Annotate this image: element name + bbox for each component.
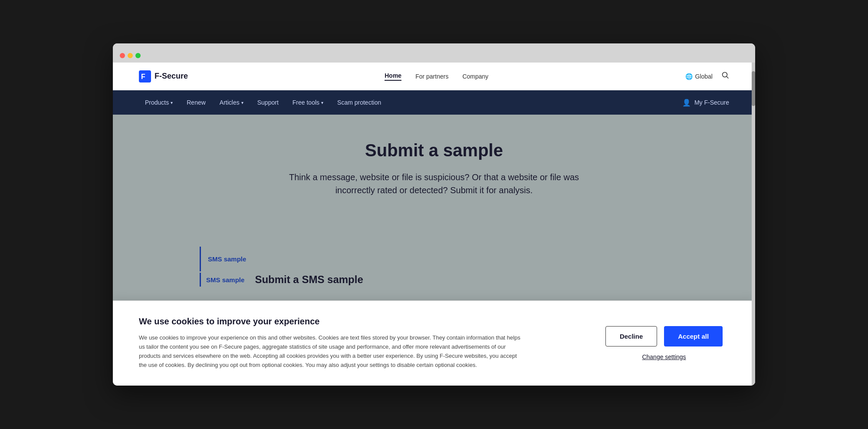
global-label: Global [695, 73, 713, 80]
cookie-buttons: Decline Accept all Change settings [599, 326, 729, 360]
cookie-title: We use cookies to improve your experienc… [139, 317, 573, 327]
products-label: Products [145, 99, 169, 106]
cookie-content: We use cookies to improve your experienc… [139, 317, 573, 370]
scrollbar-thumb[interactable] [752, 71, 755, 106]
svg-point-2 [722, 73, 727, 77]
nav-link-company[interactable]: Company [462, 73, 488, 80]
sms-label: SMS sample [200, 273, 244, 287]
user-icon: 👤 [682, 99, 691, 107]
hero-subtitle: Think a message, website or file is susp… [282, 171, 586, 197]
sms-submit-title: Submit a SMS sample [255, 274, 363, 286]
secondary-nav-links: Products ▾ Renew Articles ▾ Support Free… [139, 90, 387, 115]
support-label: Support [257, 99, 279, 106]
maximize-button[interactable] [135, 53, 141, 58]
globe-icon: 🌐 [685, 73, 693, 80]
cookie-body: We use cookies to improve your experienc… [139, 333, 521, 370]
search-icon [721, 71, 729, 79]
scam-protection-label: Scam protection [337, 99, 381, 106]
top-nav-right: 🌐 Global [685, 71, 729, 81]
top-nav-links: Home For partners Company [385, 72, 488, 81]
change-settings-link[interactable]: Change settings [642, 353, 686, 360]
my-fsecure-label: My F-Secure [694, 99, 729, 106]
nav-link-partners[interactable]: For partners [415, 73, 448, 80]
nav-articles[interactable]: Articles ▾ [214, 90, 250, 115]
search-button[interactable] [721, 71, 729, 81]
free-tools-label: Free tools [293, 99, 319, 106]
free-tools-chevron: ▾ [321, 100, 323, 105]
browser-chrome [113, 43, 755, 63]
minimize-button[interactable] [128, 53, 133, 58]
articles-chevron: ▾ [241, 100, 243, 105]
tabs-section: SMS sample [113, 245, 755, 273]
nav-support[interactable]: Support [251, 90, 285, 115]
sms-section: SMS sample Submit a SMS sample [113, 273, 755, 300]
nav-products[interactable]: Products ▾ [139, 90, 179, 115]
articles-label: Articles [220, 99, 240, 106]
my-fsecure-button[interactable]: 👤 My F-Secure [682, 99, 729, 107]
nav-link-home[interactable]: Home [385, 72, 401, 81]
logo[interactable]: F F-Secure [139, 70, 188, 82]
top-navigation: F F-Secure Home For partners Company 🌐 G… [113, 63, 755, 90]
cookie-banner: We use cookies to improve your experienc… [113, 300, 755, 385]
logo-text: F-Secure [155, 72, 188, 81]
accept-all-button[interactable]: Accept all [664, 326, 723, 346]
cookie-btn-row: Decline Accept all [605, 326, 723, 346]
nav-renew[interactable]: Renew [181, 90, 212, 115]
hero-title: Submit a sample [139, 141, 729, 160]
close-button[interactable] [120, 53, 125, 58]
products-chevron: ▾ [171, 100, 173, 105]
global-selector[interactable]: 🌐 Global [685, 73, 713, 80]
sms-sample-tab[interactable]: SMS sample [200, 247, 246, 271]
svg-line-3 [727, 77, 728, 79]
sms-border-accent [200, 273, 201, 287]
svg-text:F: F [141, 73, 145, 80]
sms-header: SMS sample Submit a SMS sample [200, 273, 668, 287]
renew-label: Renew [187, 99, 206, 106]
browser-body: F F-Secure Home For partners Company 🌐 G… [113, 63, 755, 385]
scrollbar[interactable] [752, 63, 755, 385]
traffic-lights [120, 53, 141, 58]
sms-tab-label: SMS sample [206, 276, 244, 284]
fsecure-logo-icon: F [139, 70, 151, 82]
nav-scam-protection[interactable]: Scam protection [331, 90, 387, 115]
nav-free-tools[interactable]: Free tools ▾ [286, 90, 329, 115]
decline-button[interactable]: Decline [605, 326, 657, 346]
hero-section: Submit a sample Think a message, website… [113, 115, 755, 245]
secondary-navigation: Products ▾ Renew Articles ▾ Support Free… [113, 90, 755, 115]
